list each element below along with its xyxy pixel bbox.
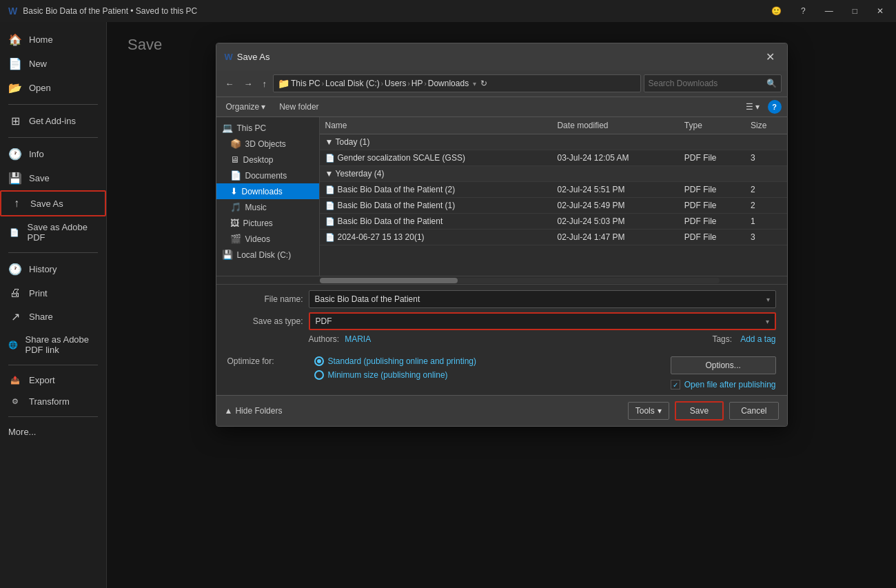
view-button[interactable]: ☰ ▾ — [742, 100, 764, 114]
tags-value[interactable]: Add a tag — [740, 334, 775, 344]
file-date-cell: 02-Jul-24 5:49 PM — [551, 198, 678, 214]
left-panel-item-desktop[interactable]: 🖥 Desktop — [216, 152, 319, 168]
nav-up-button[interactable]: ↑ — [259, 77, 271, 91]
sidebar-divider-2 — [8, 137, 98, 138]
radio-minimum[interactable]: Minimum size (publishing online) — [314, 370, 476, 380]
group-today-label: Today (1) — [336, 137, 370, 147]
sidebar-item-saveas[interactable]: ↑ Save As — [0, 190, 106, 216]
col-name[interactable]: Name — [320, 117, 552, 134]
options-button[interactable]: Options... — [671, 356, 776, 374]
addins-icon: ⊞ — [8, 114, 22, 128]
sidebar-item-print[interactable]: 🖨 Print — [0, 281, 106, 305]
left-panel-item-localdisk[interactable]: 💾 Local Disk (C:) — [216, 247, 319, 263]
dialog-close-button[interactable]: ✕ — [762, 49, 779, 65]
table-row[interactable]: 📄 Basic Bio Data of the Patient (2) 02-J… — [320, 182, 787, 198]
breadcrumb-sep-2: › — [381, 80, 383, 88]
optimize-options: Standard (publishing online and printing… — [314, 356, 476, 380]
left-panel-item-3dobjects[interactable]: 📦 3D Objects — [216, 136, 319, 152]
breadcrumb-users[interactable]: Users — [385, 79, 406, 88]
left-panel-item-pictures[interactable]: 🖼 Pictures — [216, 215, 319, 231]
sidebar-item-history[interactable]: 🕐 History — [0, 257, 106, 281]
left-panel-item-thispc[interactable]: 💻 This PC — [216, 120, 319, 136]
close-button[interactable]: ✕ — [873, 5, 888, 17]
left-panel-item-downloads[interactable]: ⬇ Downloads — [216, 183, 319, 199]
checkbox-check-icon: ✓ — [673, 381, 678, 389]
scrollbar-thumb[interactable] — [320, 278, 458, 283]
horizontal-scrollbar[interactable] — [216, 276, 787, 284]
sidebar-item-more[interactable]: More... — [0, 421, 106, 443]
breadcrumb-dropdown-arrow[interactable]: ▾ — [473, 80, 476, 88]
sidebar-item-export-label: Export — [29, 375, 55, 385]
tools-label: Tools — [635, 406, 655, 416]
breadcrumb-thispc[interactable]: This PC — [291, 79, 320, 88]
minimize-button[interactable]: — — [821, 5, 837, 17]
sidebar-item-info[interactable]: 🕐 Info — [0, 142, 106, 166]
sidebar-item-open[interactable]: 📂 Open — [0, 76, 106, 100]
group-header-yesterday[interactable]: ▼ Yesterday (4) — [320, 166, 787, 182]
history-icon: 🕐 — [8, 263, 22, 276]
sidebar-item-save-adobe[interactable]: 📄 Save as Adobe PDF — [0, 216, 106, 248]
file-type-cell: PDF File — [679, 214, 745, 230]
info-icon: 🕐 — [8, 148, 22, 161]
maximize-button[interactable]: □ — [848, 5, 862, 17]
save-button[interactable]: Save — [675, 401, 724, 420]
dialog-title-text: Save As — [237, 52, 270, 62]
col-type[interactable]: Type — [679, 117, 745, 134]
pictures-icon: 🖼 — [230, 218, 239, 228]
radio-standard[interactable]: Standard (publishing online and printing… — [314, 356, 476, 366]
sidebar-item-home[interactable]: 🏠 Home — [0, 28, 106, 52]
sidebar-item-share[interactable]: ↗ Share — [0, 305, 106, 329]
feedback-button[interactable]: 🙂 — [767, 5, 786, 17]
group-expand-icon: ▼ — [325, 137, 334, 147]
sidebar-item-new[interactable]: 📄 New — [0, 52, 106, 76]
file-date-cell: 02-Jul-24 5:51 PM — [551, 182, 678, 198]
search-box[interactable]: 🔍 — [644, 74, 782, 92]
sidebar-item-addins[interactable]: ⊞ Get Add-ins — [0, 109, 106, 133]
col-size[interactable]: Size — [745, 117, 786, 134]
sidebar-item-export[interactable]: 📤 Export — [0, 369, 106, 391]
breadcrumb-bar[interactable]: 📁 This PC › Local Disk (C:) › Users › HP… — [273, 74, 641, 92]
authors-value[interactable]: MARIA — [345, 334, 371, 344]
search-input[interactable] — [649, 79, 764, 88]
nav-forward-button[interactable]: → — [241, 77, 256, 91]
table-row[interactable]: 📄 Gender socalization SCALE (GSS) 03-Jul… — [320, 150, 787, 166]
help-button-dialog[interactable]: ? — [768, 100, 782, 114]
sidebar-item-info-label: Info — [29, 149, 44, 159]
sidebar-item-share-adobe[interactable]: 🌐 Share as Adobe PDF link — [0, 329, 106, 361]
sidebar-item-transform-label: Transform — [29, 396, 70, 407]
savetype-input[interactable]: PDF ▾ — [309, 312, 776, 330]
hide-folders-button[interactable]: ▲ Hide Folders — [225, 406, 283, 416]
left-panel-documents-label: Documents — [245, 171, 287, 181]
nav-back-button[interactable]: ← — [222, 77, 238, 91]
tools-button[interactable]: Tools ▾ — [628, 402, 669, 420]
sidebar-item-save[interactable]: 💾 Save — [0, 166, 106, 190]
breadcrumb-hp[interactable]: HP — [411, 79, 423, 88]
help-button[interactable]: ? — [797, 5, 810, 17]
col-date[interactable]: Date modified — [551, 117, 678, 134]
left-panel-item-documents[interactable]: 📄 Documents — [216, 168, 319, 183]
sidebar-item-transform[interactable]: ⚙ Transform — [0, 391, 106, 412]
checkbox-box: ✓ — [671, 380, 680, 389]
savetype-value: PDF — [316, 316, 332, 326]
open-after-publish-checkbox[interactable]: ✓ Open file after publishing — [671, 380, 776, 389]
cancel-button[interactable]: Cancel — [729, 402, 778, 420]
filename-arrow-icon: ▾ — [766, 296, 770, 303]
file-name-text: Basic Bio Data of the Patient (2) — [338, 185, 456, 194]
breadcrumb-downloads[interactable]: Downloads — [428, 79, 469, 88]
organize-button[interactable]: Organize ▾ — [222, 100, 270, 114]
sidebar-item-addins-label: Get Add-ins — [29, 116, 76, 126]
breadcrumb-localdisk[interactable]: Local Disk (C:) — [325, 79, 380, 88]
filename-input[interactable]: Basic Bio Data of the Patient ▾ — [309, 290, 776, 308]
table-row[interactable]: 📄 Basic Bio Data of the Patient 02-Jul-2… — [320, 214, 787, 230]
table-row[interactable]: 📄 2024-06-27 15 13 20(1) 02-Jul-24 1:47 … — [320, 230, 787, 245]
downloads-icon: ⬇ — [230, 186, 238, 196]
left-panel-item-videos[interactable]: 🎬 Videos — [216, 231, 319, 247]
file-name-cell: 📄 Basic Bio Data of the Patient (1) — [320, 198, 552, 214]
group-header-today[interactable]: ▼ Today (1) — [320, 134, 787, 150]
file-date-cell: 02-Jul-24 5:03 PM — [551, 214, 678, 230]
new-folder-button[interactable]: New folder — [275, 100, 323, 114]
breadcrumb-refresh-button[interactable]: ↻ — [478, 77, 490, 90]
left-panel-item-music[interactable]: 🎵 Music — [216, 199, 319, 215]
table-row[interactable]: 📄 Basic Bio Data of the Patient (1) 02-J… — [320, 198, 787, 214]
file-name-cell: 📄 Basic Bio Data of the Patient (2) — [320, 182, 552, 198]
